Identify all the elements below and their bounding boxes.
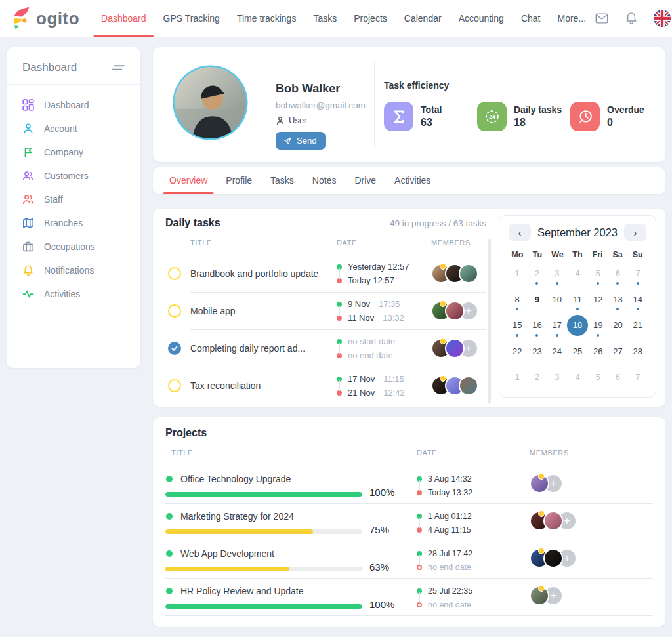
calendar-day[interactable]: 12 <box>588 287 608 313</box>
calendar-prev-button[interactable]: ‹ <box>509 224 531 241</box>
calendar-day[interactable]: 6 <box>608 260 627 287</box>
nav-item-more[interactable]: More... <box>549 0 595 37</box>
tab-tasks[interactable]: Tasks <box>261 167 303 194</box>
member-avatar[interactable] <box>459 264 478 283</box>
sidebar-item-account[interactable]: Account <box>7 117 140 140</box>
calendar-day[interactable]: 14 <box>628 287 648 313</box>
sidebar-item-staff[interactable]: Staff <box>7 188 140 211</box>
sidebar-item-branches[interactable]: Branches <box>7 211 140 235</box>
member-avatar[interactable] <box>530 474 549 493</box>
calendar-day-number: 27 <box>608 341 627 361</box>
nav-item-projects[interactable]: Projects <box>345 0 396 37</box>
nav-item-chat[interactable]: Chat <box>513 0 549 37</box>
stat-label: Overdue <box>607 104 644 115</box>
project-title[interactable]: HR Policy Review and Update <box>180 586 304 596</box>
profile-tabs: OverviewProfileTasksNotesDriveActivities <box>153 167 665 194</box>
calendar-next-button[interactable]: › <box>624 224 646 241</box>
task-title[interactable]: Tax reconciliation <box>190 380 337 391</box>
member-avatar[interactable] <box>445 339 465 358</box>
calendar-day[interactable]: 3 <box>547 364 567 390</box>
member-avatar[interactable] <box>543 511 563 531</box>
member-avatar[interactable] <box>530 586 549 606</box>
tab-notes[interactable]: Notes <box>303 167 346 194</box>
app-logo[interactable]: ogito <box>0 6 93 31</box>
send-button[interactable]: Send <box>276 132 326 150</box>
calendar-day[interactable]: 23 <box>527 339 547 365</box>
calendar-day[interactable]: 11 <box>567 287 588 313</box>
nav-item-tasks[interactable]: Tasks <box>304 0 345 37</box>
calendar-day[interactable]: 25 <box>567 339 588 365</box>
bell-icon[interactable] <box>624 11 639 26</box>
nav-item-accounting[interactable]: Accounting <box>450 0 513 37</box>
calendar-day[interactable]: 22 <box>507 339 527 365</box>
calendar-day[interactable]: 7 <box>628 364 648 390</box>
project-title[interactable]: Marketing Strategy for 2024 <box>180 511 294 522</box>
mail-icon[interactable] <box>595 11 609 26</box>
tab-profile[interactable]: Profile <box>217 167 261 194</box>
calendar-day[interactable]: 8 <box>507 287 527 313</box>
sidebar-item-company[interactable]: Company <box>7 140 140 164</box>
project-title[interactable]: Office Technology Upgrade <box>180 474 291 484</box>
tab-activities[interactable]: Activities <box>385 167 440 194</box>
task-title[interactable]: Completing daily report ad... <box>190 343 337 354</box>
calendar-day[interactable]: 26 <box>588 339 608 365</box>
start-dot-icon <box>417 476 422 482</box>
calendar-day[interactable]: 16 <box>527 312 547 339</box>
calendar-day[interactable]: 24 <box>547 339 567 365</box>
calendar-day[interactable]: 13 <box>608 287 627 313</box>
tab-drive[interactable]: Drive <box>345 167 385 194</box>
calendar-day[interactable]: 2 <box>527 260 547 287</box>
start-date-text: 17 Nov <box>348 374 375 384</box>
nav-item-dashboard[interactable]: Dashboard <box>93 0 155 37</box>
calendar-day[interactable]: 19 <box>588 312 608 339</box>
sidebar-item-notifications[interactable]: Notifications <box>7 258 140 282</box>
task-title[interactable]: Brandbook and portfolio update <box>190 268 337 279</box>
nav-item-calendar[interactable]: Calendar <box>396 0 450 37</box>
task-title[interactable]: Mobile app <box>190 306 337 316</box>
calendar-day[interactable]: 3 <box>547 260 567 287</box>
sidebar-item-activities[interactable]: Activities <box>7 282 140 306</box>
task-checkbox[interactable] <box>168 267 181 280</box>
calendar-day[interactable]: 4 <box>567 364 588 390</box>
calendar-day-selected[interactable]: 18 <box>567 312 588 339</box>
sidebar-item-dashboard[interactable]: Dashboard <box>7 93 140 117</box>
calendar-day[interactable]: 9 <box>527 287 547 313</box>
member-avatar[interactable] <box>543 548 563 568</box>
calendar-day[interactable]: 20 <box>608 312 627 339</box>
task-checkbox[interactable] <box>168 342 181 355</box>
calendar-day[interactable]: 15 <box>507 312 527 339</box>
daily-tasks-scrollbar[interactable] <box>488 239 491 404</box>
sidebar-item-label: Account <box>44 123 77 134</box>
sidebar-collapse-icon[interactable] <box>110 62 126 73</box>
member-avatar[interactable] <box>459 376 478 396</box>
start-date: 9 Nov17:35 <box>337 297 431 311</box>
calendar-day[interactable]: 1 <box>507 364 527 390</box>
task-checkbox[interactable] <box>168 379 181 392</box>
calendar-day[interactable]: 21 <box>628 312 648 339</box>
tab-overview[interactable]: Overview <box>160 167 217 194</box>
language-flag-uk-icon[interactable] <box>654 10 671 27</box>
calendar-day[interactable]: 1 <box>507 260 527 287</box>
nav-item-gps-tracking[interactable]: GPS Tracking <box>155 0 228 37</box>
calendar-day[interactable]: 7 <box>628 260 648 287</box>
calendar-day[interactable]: 17 <box>547 312 567 339</box>
calendar-day[interactable]: 27 <box>608 339 627 365</box>
sidebar-item-occupations[interactable]: Occupations <box>7 235 140 258</box>
calendar-day[interactable]: 10 <box>547 287 567 313</box>
nav-item-time-trackings[interactable]: Time trackings <box>228 0 305 37</box>
notifications-bell-icon <box>22 264 34 276</box>
calendar-day[interactable]: 4 <box>567 260 588 287</box>
calendar-day[interactable]: 6 <box>608 364 627 390</box>
dashboard-grid-icon <box>22 99 34 111</box>
date-range: 28 Jul 17:42no end date <box>417 546 527 574</box>
calendar-day[interactable]: 28 <box>628 339 648 365</box>
members-stack: + <box>530 548 653 568</box>
calendar-day[interactable]: 2 <box>527 364 547 390</box>
calendar-day[interactable]: 5 <box>588 364 608 390</box>
project-title[interactable]: Web App Development <box>180 548 274 559</box>
member-avatar[interactable] <box>445 301 465 321</box>
calendar-day[interactable]: 5 <box>588 260 608 287</box>
sidebar-item-customers[interactable]: Customers <box>7 164 140 188</box>
calendar-day-number: 4 <box>568 264 587 283</box>
task-checkbox[interactable] <box>168 304 181 318</box>
